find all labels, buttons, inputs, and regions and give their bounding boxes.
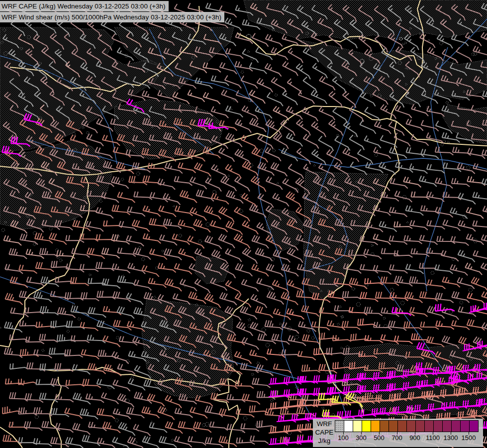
wrf-map-screenshot: WRF CAPE (J/kg) Wednesday 03-12-2025 03:… (0, 0, 487, 448)
legend-cell (397, 420, 407, 432)
legend-title: WRF CAPE J/kg (314, 420, 335, 445)
legend-cell (451, 420, 461, 432)
legend-cell (406, 420, 416, 432)
legend-cell (380, 420, 389, 432)
legend-title-unit: J/kg (314, 437, 335, 445)
legend-tick-label: 900 (405, 434, 425, 442)
legend-cell (469, 420, 479, 432)
legend-tick-label: 700 (387, 434, 407, 442)
legend-title-param: CAPE (314, 428, 335, 437)
legend-cell (353, 420, 362, 432)
legend-cell (389, 420, 398, 432)
map-header: WRF CAPE (J/kg) Wednesday 03-12-2025 03:… (0, 1, 224, 23)
header-shear-title: WRF Wind shear (m/s) 500/1000hPa Wednesd… (0, 12, 224, 22)
legend-tick-label: 1100 (423, 434, 443, 442)
legend-cell (460, 420, 470, 432)
weather-map (0, 0, 487, 448)
legend-cell (335, 420, 344, 432)
legend-title-model: WRF (314, 420, 335, 428)
legend-tick-label: 300 (351, 434, 371, 442)
header-cape-title: WRF CAPE (J/kg) Wednesday 03-12-2025 03:… (0, 1, 169, 11)
legend-colorbar (335, 420, 479, 432)
legend-tick-label: 500 (369, 434, 389, 442)
legend-cell (362, 420, 371, 432)
cape-legend: WRF CAPE J/kg 10030050070090011001300150… (313, 419, 483, 447)
legend-cell (344, 420, 353, 432)
legend-cell (424, 420, 434, 432)
legend-cell (371, 420, 380, 432)
legend-cell (433, 420, 443, 432)
legend-tick-label: 1300 (441, 434, 461, 442)
legend-tick-label: 1500 (459, 434, 479, 442)
legend-tick-label: 100 (333, 434, 353, 442)
legend-cell (415, 420, 425, 432)
legend-cell (442, 420, 452, 432)
